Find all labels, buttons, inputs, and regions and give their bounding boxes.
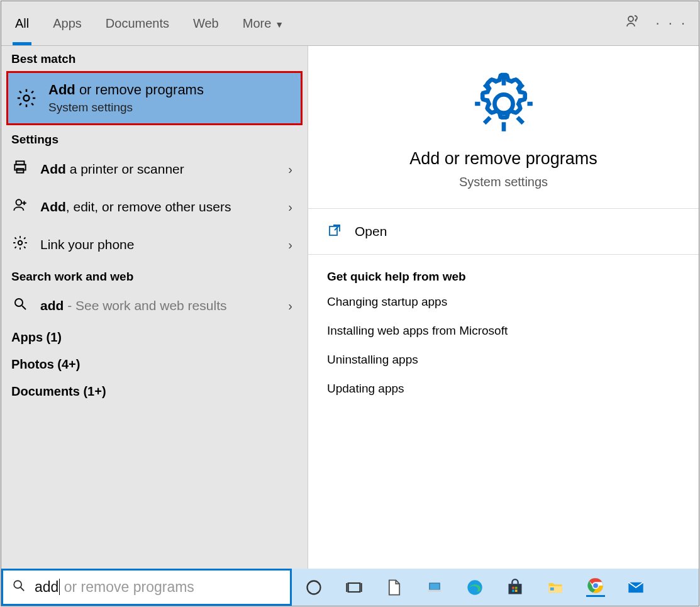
svg-rect-18	[428, 589, 442, 592]
preview-column: Add or remove programs System settings O…	[308, 46, 699, 569]
group-best-match: Best match	[1, 46, 308, 70]
gear-icon	[11, 235, 29, 255]
store-icon[interactable]	[506, 578, 525, 597]
best-match-title: Add or remove programs	[48, 82, 204, 98]
svg-rect-22	[515, 586, 518, 589]
group-photos[interactable]: Photos (4+)	[1, 351, 308, 378]
chevron-right-icon: ›	[288, 238, 292, 252]
search-web-result[interactable]: add - See work and web results ›	[1, 287, 308, 324]
search-icon	[11, 296, 29, 315]
chrome-icon[interactable]	[586, 578, 605, 597]
svg-point-6	[18, 241, 23, 245]
setting-label: Add a printer or scanner	[40, 162, 184, 177]
svg-rect-20	[509, 584, 522, 594]
svg-point-13	[308, 581, 321, 594]
setting-add-users[interactable]: Add, edit, or remove other users ›	[1, 188, 308, 226]
svg-point-5	[16, 199, 22, 205]
chevron-right-icon: ›	[288, 162, 292, 177]
help-heading: Get quick help from web	[327, 270, 680, 284]
chevron-right-icon: ›	[288, 299, 292, 313]
edge-icon[interactable]	[465, 578, 484, 597]
group-search-web: Search work and web	[1, 264, 308, 287]
help-link-uninstall-apps[interactable]: Uninstalling apps	[327, 353, 680, 367]
search-icon	[12, 579, 26, 596]
setting-link-phone[interactable]: Link your phone ›	[1, 226, 308, 264]
more-options-icon[interactable]: · · ·	[655, 15, 687, 31]
mail-icon[interactable]	[626, 578, 645, 597]
svg-rect-26	[550, 588, 554, 591]
setting-add-printer[interactable]: Add a printer or scanner ›	[1, 150, 308, 188]
taskbar: add or remove programs	[1, 569, 699, 606]
windows-search-panel: All Apps Documents Web More▼ · · · Best …	[1, 1, 699, 606]
tab-all[interactable]: All	[13, 3, 31, 45]
svg-rect-17	[430, 583, 440, 590]
group-documents[interactable]: Documents (1+)	[1, 378, 308, 405]
libreoffice-icon[interactable]	[385, 578, 404, 597]
search-input-text: add or remove programs	[35, 579, 194, 596]
tab-more[interactable]: More▼	[240, 3, 286, 45]
svg-line-12	[21, 587, 25, 591]
gear-icon	[321, 72, 686, 138]
svg-rect-21	[512, 586, 514, 589]
svg-point-30	[593, 583, 598, 588]
results-column: Best match Add or remove programs System…	[1, 46, 308, 569]
setting-label: Add, edit, or remove other users	[40, 199, 231, 214]
open-action[interactable]: Open	[308, 209, 699, 255]
svg-rect-23	[512, 589, 514, 592]
preview-subtitle: System settings	[321, 175, 686, 189]
help-link-startup-apps[interactable]: Changing startup apps	[327, 295, 680, 309]
chevron-right-icon: ›	[288, 200, 292, 214]
chevron-down-icon: ▼	[275, 19, 284, 30]
tab-documents[interactable]: Documents	[103, 3, 172, 45]
setting-label: Link your phone	[40, 237, 134, 252]
svg-rect-4	[17, 169, 24, 173]
gear-icon	[14, 86, 38, 110]
search-tabs-bar: All Apps Documents Web More▼ · · ·	[1, 1, 699, 46]
preview-title: Add or remove programs	[321, 149, 686, 169]
task-view-icon[interactable]	[345, 578, 364, 597]
svg-point-0	[628, 16, 633, 21]
svg-rect-14	[348, 583, 360, 592]
taskbar-search-input[interactable]: add or remove programs	[1, 569, 292, 606]
svg-point-7	[15, 299, 23, 306]
svg-rect-10	[330, 226, 337, 235]
tab-web[interactable]: Web	[191, 3, 221, 45]
search-web-label: add - See work and web results	[40, 298, 226, 313]
svg-line-8	[22, 306, 26, 309]
feedback-icon[interactable]	[625, 14, 640, 33]
open-label: Open	[355, 224, 387, 239]
best-match-subtitle: System settings	[48, 101, 204, 114]
cortana-icon[interactable]	[304, 578, 323, 597]
group-settings: Settings	[1, 126, 308, 150]
file-explorer-icon[interactable]	[546, 578, 565, 597]
best-match-add-remove-programs[interactable]: Add or remove programs System settings	[6, 71, 303, 125]
laptop-icon[interactable]	[425, 578, 444, 597]
svg-point-1	[23, 95, 29, 101]
svg-point-11	[14, 581, 21, 588]
group-apps[interactable]: Apps (1)	[1, 324, 308, 351]
user-plus-icon	[11, 197, 29, 217]
svg-rect-24	[515, 589, 518, 592]
help-link-install-web-apps[interactable]: Installing web apps from Microsoft	[327, 324, 680, 338]
open-icon	[327, 223, 342, 240]
help-link-updating-apps[interactable]: Updating apps	[327, 382, 680, 396]
printer-icon	[11, 159, 29, 179]
tab-apps[interactable]: Apps	[50, 3, 84, 45]
